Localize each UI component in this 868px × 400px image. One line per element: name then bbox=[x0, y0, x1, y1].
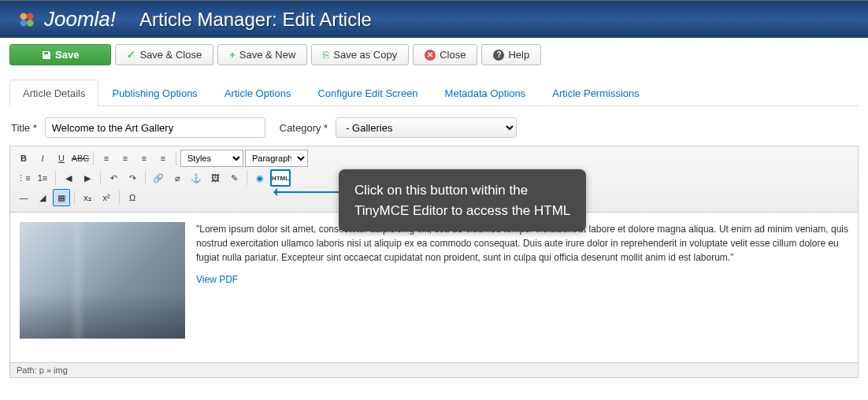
article-image bbox=[20, 222, 185, 339]
tab-bar: Article Details Publishing Options Artic… bbox=[9, 80, 859, 106]
tab-article-permissions[interactable]: Article Permissions bbox=[539, 80, 653, 106]
table-button[interactable]: ▦ bbox=[53, 189, 70, 206]
save-label: Save bbox=[55, 49, 79, 61]
action-toolbar: Save ✓ Save & Close + Save & New ⎘ Save … bbox=[0, 38, 868, 72]
align-justify-button[interactable]: ≡ bbox=[154, 150, 172, 167]
tab-article-options[interactable]: Article Options bbox=[211, 80, 305, 106]
title-input[interactable] bbox=[45, 117, 265, 138]
superscript-button[interactable]: x² bbox=[98, 189, 115, 206]
callout-tooltip: Click on this button within the TinyMCE … bbox=[339, 169, 586, 231]
element-path: Path: p » img bbox=[17, 365, 68, 375]
help-button[interactable]: ? Help bbox=[481, 44, 541, 65]
special-char-button[interactable]: Ω bbox=[124, 189, 141, 206]
save-copy-label: Save as Copy bbox=[333, 49, 397, 61]
save-new-button[interactable]: + Save & New bbox=[217, 44, 307, 65]
check-icon: ✓ bbox=[127, 49, 135, 61]
svg-point-0 bbox=[20, 13, 27, 19]
cleanup-button[interactable]: ✎ bbox=[225, 169, 243, 187]
save-button[interactable]: Save bbox=[9, 44, 111, 65]
brand-logo: Joomla! bbox=[16, 7, 116, 31]
strikethrough-button[interactable]: ABC bbox=[72, 150, 89, 167]
app-header: Joomla! Article Manager: Edit Article bbox=[0, 0, 868, 38]
plus-icon: + bbox=[229, 49, 236, 61]
align-left-button[interactable]: ≡ bbox=[98, 150, 115, 167]
save-close-button[interactable]: ✓ Save & Close bbox=[115, 44, 213, 65]
tab-publishing-options[interactable]: Publishing Options bbox=[98, 80, 210, 106]
callout-arrow bbox=[276, 191, 339, 193]
save-close-label: Save & Close bbox=[139, 49, 202, 61]
bold-button[interactable]: B bbox=[15, 150, 32, 167]
editor-status-bar: Path: p » img bbox=[10, 362, 858, 377]
bullet-list-button[interactable]: ⋮≡ bbox=[15, 169, 32, 187]
save-new-label: Save & New bbox=[239, 49, 296, 61]
category-label: Category * bbox=[280, 122, 328, 134]
italic-button[interactable]: I bbox=[34, 150, 51, 167]
category-select[interactable]: - Galleries bbox=[336, 117, 517, 138]
eraser-button[interactable]: ◢ bbox=[34, 189, 51, 206]
form-row: Title * Category * - Galleries bbox=[0, 106, 868, 146]
view-pdf-link[interactable]: View PDF bbox=[196, 274, 238, 285]
tab-article-details[interactable]: Article Details bbox=[9, 80, 98, 106]
align-right-button[interactable]: ≡ bbox=[135, 150, 153, 167]
about-button[interactable]: ◉ bbox=[251, 169, 269, 187]
close-button[interactable]: ✕ Close bbox=[413, 44, 477, 65]
undo-button[interactable]: ↶ bbox=[105, 169, 122, 187]
svg-point-2 bbox=[20, 20, 27, 26]
tab-configure-edit-screen[interactable]: Configure Edit Screen bbox=[304, 80, 431, 106]
redo-button[interactable]: ↷ bbox=[124, 169, 141, 187]
align-center-button[interactable]: ≡ bbox=[117, 150, 134, 167]
underline-button[interactable]: U bbox=[53, 150, 70, 167]
help-label: Help bbox=[508, 49, 529, 61]
close-icon: ✕ bbox=[425, 50, 436, 61]
joomla-icon bbox=[16, 9, 38, 31]
styles-select[interactable]: Styles bbox=[180, 150, 243, 167]
outdent-button[interactable]: ◀ bbox=[60, 169, 77, 187]
subscript-button[interactable]: x₂ bbox=[79, 189, 96, 206]
html-source-button[interactable]: HTML bbox=[270, 169, 291, 187]
tab-metadata-options[interactable]: Metadata Options bbox=[432, 80, 540, 106]
brand-text: Joomla! bbox=[44, 7, 116, 31]
numbered-list-button[interactable]: 1≡ bbox=[34, 169, 51, 187]
link-button[interactable]: 🔗 bbox=[150, 169, 167, 187]
save-copy-button[interactable]: ⎘ Save as Copy bbox=[311, 44, 409, 65]
format-select[interactable]: Paragraph bbox=[245, 150, 308, 167]
image-button[interactable]: 🖼 bbox=[206, 169, 224, 187]
page-title: Article Manager: Edit Article bbox=[139, 9, 372, 31]
save-icon bbox=[42, 50, 51, 60]
anchor-button[interactable]: ⚓ bbox=[187, 169, 205, 187]
svg-point-3 bbox=[27, 20, 33, 26]
copy-icon: ⎘ bbox=[323, 49, 329, 61]
close-label: Close bbox=[440, 49, 466, 61]
help-icon: ? bbox=[493, 50, 504, 61]
editor-content-area[interactable]: "Lorem ipsum dolor sit amet, consectetur… bbox=[10, 213, 858, 362]
unlink-button[interactable]: ⌀ bbox=[169, 169, 186, 187]
title-label: Title * bbox=[11, 122, 37, 134]
hr-button[interactable]: — bbox=[15, 189, 32, 206]
indent-button[interactable]: ▶ bbox=[79, 169, 96, 187]
svg-point-1 bbox=[27, 13, 33, 19]
